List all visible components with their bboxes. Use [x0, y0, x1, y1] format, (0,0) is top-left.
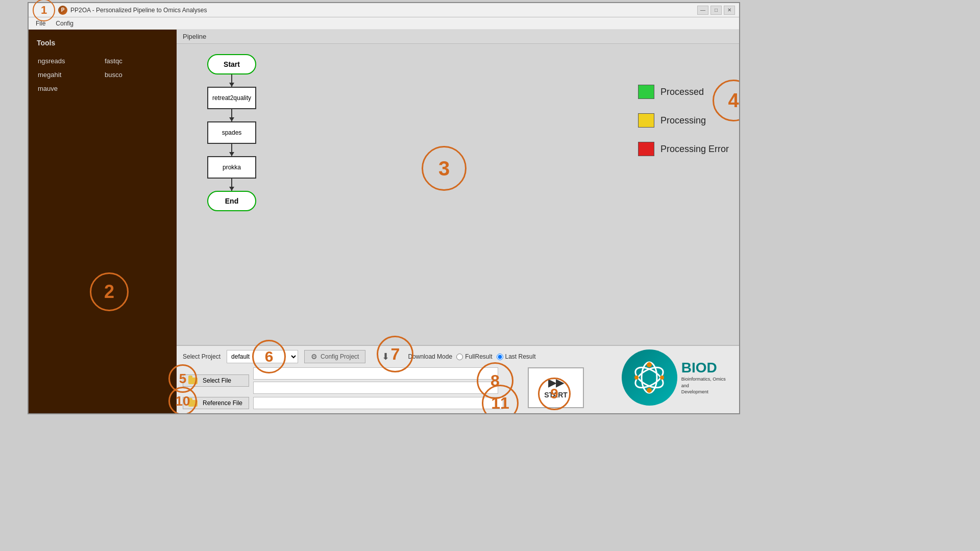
processing-error-label: Processing Error [660, 144, 729, 155]
maximize-button[interactable]: □ [710, 6, 722, 15]
processed-color-swatch [638, 85, 654, 99]
full-result-radio-label[interactable]: FullResult [456, 353, 492, 360]
bottom-toolbar: Select Project default 6 ⚙ Config Projec… [177, 345, 739, 413]
file-input-section: 5 Select File [183, 367, 503, 409]
badge-10: 10 [168, 387, 197, 413]
select-project-label: Select Project [183, 353, 220, 360]
app-window: 1 P PP2OA - Personalized Pipeline to Omi… [28, 2, 740, 414]
processing-error-color-swatch [638, 142, 654, 156]
tool-megahit[interactable]: megahit [37, 69, 102, 81]
badge-6: 6 [252, 340, 286, 373]
last-result-radio[interactable] [497, 354, 503, 360]
flow-arrow-4 [231, 179, 232, 191]
ref-file-row: 10 Reference File [183, 397, 503, 409]
ref-file-input[interactable] [253, 397, 503, 409]
biod-text: BIOD Bioinformatics, Omics andDevelopmen… [681, 360, 734, 395]
badge-4: 4 [713, 80, 739, 121]
badge-3: 3 [422, 146, 467, 191]
download-mode-label: Download Mode [408, 353, 452, 360]
last-result-radio-label[interactable]: Last Result [497, 353, 536, 360]
start-section: ▶▶ START 9 [528, 367, 584, 409]
main-content: Tools ngsreads fastqc megahit busco mauv… [29, 30, 739, 413]
biod-title: BIOD [681, 360, 734, 376]
badge-1: 1 [33, 0, 55, 21]
biod-logo: BIOD Bioinformatics, Omics andDevelopmen… [622, 342, 734, 413]
processing-color-swatch [638, 113, 654, 128]
pipeline-area: Pipeline Start retreat2quality spades pr… [177, 30, 739, 413]
flow-start-node[interactable]: Start [207, 54, 256, 74]
tool-fastqc[interactable]: fastqc [104, 55, 168, 67]
titlebar: 1 P PP2OA - Personalized Pipeline to Omi… [29, 3, 739, 17]
tools-label: Tools [29, 35, 177, 51]
badge-11: 11 [482, 385, 519, 413]
biod-subtitle: Bioinformatics, Omics andDevelopment [681, 376, 734, 395]
processing-label: Processing [660, 115, 706, 126]
tool-mauve[interactable]: mauve [37, 83, 102, 94]
pipeline-header: Pipeline [177, 30, 739, 44]
close-button[interactable]: ✕ [724, 6, 735, 15]
file-rows: 5 Select File [183, 367, 733, 409]
config-project-button[interactable]: ⚙ Config Project [304, 350, 365, 363]
gear-icon: ⚙ [311, 353, 317, 361]
svg-point-3 [647, 362, 652, 367]
sidebar: Tools ngsreads fastqc megahit busco mauv… [29, 30, 177, 413]
processed-label: Processed [660, 87, 704, 97]
tool-busco[interactable]: busco [104, 69, 168, 81]
full-result-radio[interactable] [456, 354, 463, 360]
file-input-field-2[interactable] [253, 382, 498, 394]
tool-ngsreads[interactable]: ngsreads [37, 55, 102, 67]
svg-point-4 [647, 388, 652, 393]
app-icon: P [58, 6, 67, 15]
file-input-row1: 5 Select File [183, 367, 503, 394]
flow-arrow-3 [231, 144, 232, 156]
flow-container: Start retreat2quality spades prokka End [207, 54, 256, 211]
download-section: 7 ⬇ Download Mode FullResult [382, 351, 535, 362]
badge-7: 7 [377, 336, 413, 372]
biod-circle [622, 349, 677, 406]
file-input-field-1[interactable] [253, 367, 498, 380]
badge-2: 2 [90, 272, 129, 311]
flow-arrow-2 [231, 109, 232, 121]
flow-retreat2quality-node[interactable]: retreat2quality [207, 87, 256, 109]
flow-prokka-node[interactable]: prokka [207, 156, 256, 179]
titlebar-controls: — □ ✕ [697, 6, 735, 15]
legend-processing-error: Processing Error [638, 142, 729, 156]
tools-grid: ngsreads fastqc megahit busco mauve [29, 51, 177, 98]
svg-point-5 [634, 375, 639, 380]
badge-9: 9 [538, 378, 571, 410]
flow-arrow-1 [231, 74, 232, 87]
flow-end-node[interactable]: End [207, 191, 256, 211]
legend: Processed Processing Processing Error 4 [638, 85, 729, 156]
radio-group: FullResult Last Result [456, 353, 535, 360]
flow-spades-node[interactable]: spades [207, 121, 256, 144]
window-title: PP2OA - Personalized Pipeline to Omics A… [70, 7, 207, 14]
titlebar-left: 1 P PP2OA - Personalized Pipeline to Omi… [33, 0, 207, 21]
minimize-button[interactable]: — [697, 6, 708, 15]
pipeline-canvas[interactable]: Start retreat2quality spades prokka End … [177, 44, 739, 345]
svg-point-6 [660, 375, 664, 380]
